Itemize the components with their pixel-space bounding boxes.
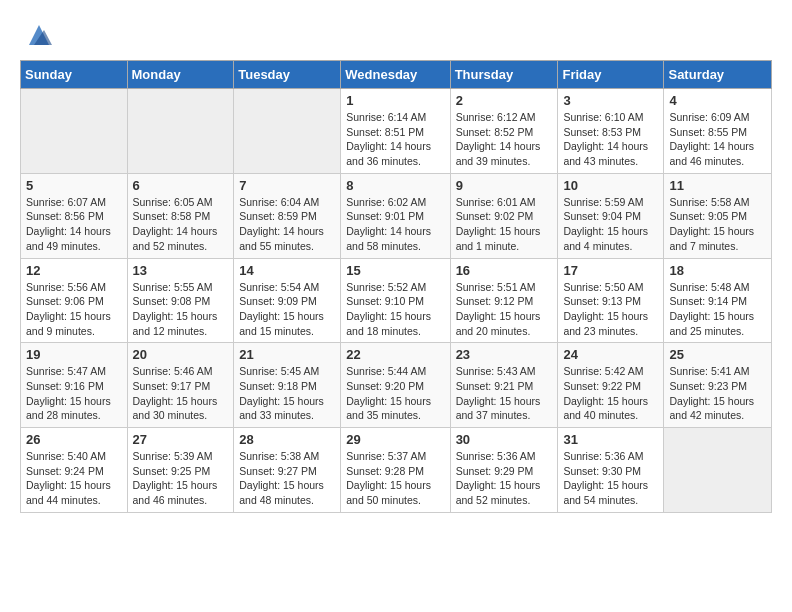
day-header-friday: Friday — [558, 61, 664, 89]
calendar-cell: 24Sunrise: 5:42 AM Sunset: 9:22 PM Dayli… — [558, 343, 664, 428]
calendar-cell: 21Sunrise: 5:45 AM Sunset: 9:18 PM Dayli… — [234, 343, 341, 428]
day-info: Sunrise: 6:10 AM Sunset: 8:53 PM Dayligh… — [563, 110, 658, 169]
day-info: Sunrise: 5:37 AM Sunset: 9:28 PM Dayligh… — [346, 449, 444, 508]
day-info: Sunrise: 5:45 AM Sunset: 9:18 PM Dayligh… — [239, 364, 335, 423]
day-number: 6 — [133, 178, 229, 193]
calendar-cell: 17Sunrise: 5:50 AM Sunset: 9:13 PM Dayli… — [558, 258, 664, 343]
day-number: 4 — [669, 93, 766, 108]
calendar-cell: 30Sunrise: 5:36 AM Sunset: 9:29 PM Dayli… — [450, 428, 558, 513]
day-number: 1 — [346, 93, 444, 108]
calendar-cell: 5Sunrise: 6:07 AM Sunset: 8:56 PM Daylig… — [21, 173, 128, 258]
calendar-cell: 29Sunrise: 5:37 AM Sunset: 9:28 PM Dayli… — [341, 428, 450, 513]
day-info: Sunrise: 5:36 AM Sunset: 9:30 PM Dayligh… — [563, 449, 658, 508]
day-number: 15 — [346, 263, 444, 278]
day-header-thursday: Thursday — [450, 61, 558, 89]
day-info: Sunrise: 5:43 AM Sunset: 9:21 PM Dayligh… — [456, 364, 553, 423]
day-number: 29 — [346, 432, 444, 447]
calendar-cell: 25Sunrise: 5:41 AM Sunset: 9:23 PM Dayli… — [664, 343, 772, 428]
logo-icon — [24, 20, 54, 50]
calendar-cell: 9Sunrise: 6:01 AM Sunset: 9:02 PM Daylig… — [450, 173, 558, 258]
calendar-table: SundayMondayTuesdayWednesdayThursdayFrid… — [20, 60, 772, 513]
day-info: Sunrise: 6:04 AM Sunset: 8:59 PM Dayligh… — [239, 195, 335, 254]
day-info: Sunrise: 6:05 AM Sunset: 8:58 PM Dayligh… — [133, 195, 229, 254]
day-number: 26 — [26, 432, 122, 447]
calendar-header-row: SundayMondayTuesdayWednesdayThursdayFrid… — [21, 61, 772, 89]
day-number: 10 — [563, 178, 658, 193]
calendar-cell — [127, 89, 234, 174]
calendar-cell: 12Sunrise: 5:56 AM Sunset: 9:06 PM Dayli… — [21, 258, 128, 343]
calendar-week-row: 1Sunrise: 6:14 AM Sunset: 8:51 PM Daylig… — [21, 89, 772, 174]
day-header-sunday: Sunday — [21, 61, 128, 89]
calendar-cell: 11Sunrise: 5:58 AM Sunset: 9:05 PM Dayli… — [664, 173, 772, 258]
calendar-cell: 10Sunrise: 5:59 AM Sunset: 9:04 PM Dayli… — [558, 173, 664, 258]
day-header-saturday: Saturday — [664, 61, 772, 89]
calendar-cell: 27Sunrise: 5:39 AM Sunset: 9:25 PM Dayli… — [127, 428, 234, 513]
calendar-cell: 19Sunrise: 5:47 AM Sunset: 9:16 PM Dayli… — [21, 343, 128, 428]
day-info: Sunrise: 5:40 AM Sunset: 9:24 PM Dayligh… — [26, 449, 122, 508]
day-number: 30 — [456, 432, 553, 447]
calendar-cell: 4Sunrise: 6:09 AM Sunset: 8:55 PM Daylig… — [664, 89, 772, 174]
day-number: 28 — [239, 432, 335, 447]
day-number: 7 — [239, 178, 335, 193]
day-info: Sunrise: 5:51 AM Sunset: 9:12 PM Dayligh… — [456, 280, 553, 339]
calendar-cell: 3Sunrise: 6:10 AM Sunset: 8:53 PM Daylig… — [558, 89, 664, 174]
day-info: Sunrise: 6:01 AM Sunset: 9:02 PM Dayligh… — [456, 195, 553, 254]
calendar-week-row: 5Sunrise: 6:07 AM Sunset: 8:56 PM Daylig… — [21, 173, 772, 258]
calendar-cell: 22Sunrise: 5:44 AM Sunset: 9:20 PM Dayli… — [341, 343, 450, 428]
day-info: Sunrise: 6:09 AM Sunset: 8:55 PM Dayligh… — [669, 110, 766, 169]
day-info: Sunrise: 5:41 AM Sunset: 9:23 PM Dayligh… — [669, 364, 766, 423]
day-number: 24 — [563, 347, 658, 362]
calendar-cell: 14Sunrise: 5:54 AM Sunset: 9:09 PM Dayli… — [234, 258, 341, 343]
calendar-week-row: 12Sunrise: 5:56 AM Sunset: 9:06 PM Dayli… — [21, 258, 772, 343]
calendar-cell — [664, 428, 772, 513]
day-number: 31 — [563, 432, 658, 447]
day-number: 16 — [456, 263, 553, 278]
day-info: Sunrise: 5:52 AM Sunset: 9:10 PM Dayligh… — [346, 280, 444, 339]
day-number: 23 — [456, 347, 553, 362]
calendar-cell: 13Sunrise: 5:55 AM Sunset: 9:08 PM Dayli… — [127, 258, 234, 343]
calendar-cell: 23Sunrise: 5:43 AM Sunset: 9:21 PM Dayli… — [450, 343, 558, 428]
day-number: 5 — [26, 178, 122, 193]
day-number: 19 — [26, 347, 122, 362]
day-info: Sunrise: 5:47 AM Sunset: 9:16 PM Dayligh… — [26, 364, 122, 423]
day-number: 9 — [456, 178, 553, 193]
calendar-cell: 15Sunrise: 5:52 AM Sunset: 9:10 PM Dayli… — [341, 258, 450, 343]
day-info: Sunrise: 6:02 AM Sunset: 9:01 PM Dayligh… — [346, 195, 444, 254]
day-info: Sunrise: 5:55 AM Sunset: 9:08 PM Dayligh… — [133, 280, 229, 339]
day-header-monday: Monday — [127, 61, 234, 89]
calendar-cell — [234, 89, 341, 174]
day-number: 17 — [563, 263, 658, 278]
calendar-week-row: 19Sunrise: 5:47 AM Sunset: 9:16 PM Dayli… — [21, 343, 772, 428]
day-header-wednesday: Wednesday — [341, 61, 450, 89]
day-info: Sunrise: 5:36 AM Sunset: 9:29 PM Dayligh… — [456, 449, 553, 508]
day-number: 25 — [669, 347, 766, 362]
page-header — [20, 20, 772, 50]
calendar-cell: 1Sunrise: 6:14 AM Sunset: 8:51 PM Daylig… — [341, 89, 450, 174]
day-info: Sunrise: 5:54 AM Sunset: 9:09 PM Dayligh… — [239, 280, 335, 339]
day-info: Sunrise: 5:48 AM Sunset: 9:14 PM Dayligh… — [669, 280, 766, 339]
day-number: 14 — [239, 263, 335, 278]
calendar-cell — [21, 89, 128, 174]
day-info: Sunrise: 5:58 AM Sunset: 9:05 PM Dayligh… — [669, 195, 766, 254]
calendar-cell: 2Sunrise: 6:12 AM Sunset: 8:52 PM Daylig… — [450, 89, 558, 174]
day-number: 21 — [239, 347, 335, 362]
calendar-cell: 26Sunrise: 5:40 AM Sunset: 9:24 PM Dayli… — [21, 428, 128, 513]
calendar-cell: 16Sunrise: 5:51 AM Sunset: 9:12 PM Dayli… — [450, 258, 558, 343]
calendar-cell: 28Sunrise: 5:38 AM Sunset: 9:27 PM Dayli… — [234, 428, 341, 513]
day-number: 11 — [669, 178, 766, 193]
day-info: Sunrise: 6:12 AM Sunset: 8:52 PM Dayligh… — [456, 110, 553, 169]
calendar-cell: 18Sunrise: 5:48 AM Sunset: 9:14 PM Dayli… — [664, 258, 772, 343]
day-info: Sunrise: 5:46 AM Sunset: 9:17 PM Dayligh… — [133, 364, 229, 423]
day-number: 12 — [26, 263, 122, 278]
day-info: Sunrise: 5:38 AM Sunset: 9:27 PM Dayligh… — [239, 449, 335, 508]
day-info: Sunrise: 6:07 AM Sunset: 8:56 PM Dayligh… — [26, 195, 122, 254]
day-info: Sunrise: 5:39 AM Sunset: 9:25 PM Dayligh… — [133, 449, 229, 508]
day-info: Sunrise: 5:50 AM Sunset: 9:13 PM Dayligh… — [563, 280, 658, 339]
calendar-cell: 31Sunrise: 5:36 AM Sunset: 9:30 PM Dayli… — [558, 428, 664, 513]
calendar-cell: 6Sunrise: 6:05 AM Sunset: 8:58 PM Daylig… — [127, 173, 234, 258]
day-info: Sunrise: 5:44 AM Sunset: 9:20 PM Dayligh… — [346, 364, 444, 423]
day-number: 2 — [456, 93, 553, 108]
day-number: 3 — [563, 93, 658, 108]
day-info: Sunrise: 5:42 AM Sunset: 9:22 PM Dayligh… — [563, 364, 658, 423]
day-info: Sunrise: 6:14 AM Sunset: 8:51 PM Dayligh… — [346, 110, 444, 169]
